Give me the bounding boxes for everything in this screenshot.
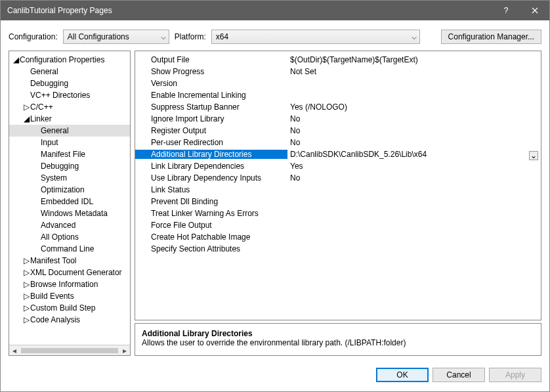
tree-item[interactable]: Debugging (9, 77, 130, 89)
property-name: Force File Output (135, 221, 287, 230)
chevron-down-icon (161, 33, 166, 43)
tree-item-label: Manifest Tool (30, 256, 80, 265)
chevron-down-icon (412, 33, 417, 43)
property-value[interactable]: D:\CanlibSDK\CanlibSDK_5.26\Lib\x64⌄ (287, 150, 541, 159)
horizontal-scrollbar[interactable]: ◂ ▸ (9, 345, 130, 355)
configuration-value: All Configurations (68, 32, 129, 41)
close-icon (532, 7, 538, 14)
property-name: Treat Linker Warning As Errors (135, 209, 287, 218)
tree-item[interactable]: ▷Custom Build Step (9, 302, 130, 314)
tree-item[interactable]: ▷Manifest Tool (9, 255, 130, 267)
property-row[interactable]: Link Library DependenciesYes (135, 160, 541, 172)
scroll-right-icon[interactable]: ▸ (119, 346, 130, 355)
property-row[interactable]: Suppress Startup BannerYes (/NOLOGO) (135, 101, 541, 113)
tree-item[interactable]: System (9, 172, 130, 184)
property-row[interactable]: Version (135, 77, 541, 89)
platform-label: Platform: (175, 32, 206, 41)
expand-icon: ▷ (22, 315, 30, 324)
property-row[interactable]: Prevent Dll Binding (135, 196, 541, 207)
tree-item[interactable]: ▷XML Document Generator (9, 267, 130, 278)
configuration-select[interactable]: All Configurations (63, 30, 169, 44)
tree-item-label: Debugging (41, 162, 83, 171)
property-row[interactable]: Force File Output (135, 219, 541, 231)
tree-item-label: C/C++ (30, 102, 57, 112)
cancel-button[interactable]: Cancel (433, 368, 485, 382)
tree-item[interactable]: ▷Browse Information (9, 278, 130, 290)
close-button[interactable] (520, 1, 549, 20)
property-name: Enable Incremental Linking (135, 91, 287, 100)
tree-item-label: Command Line (41, 244, 98, 253)
platform-value: x64 (216, 32, 228, 41)
tree-item-label: Manifest File (41, 150, 89, 159)
titlebar: CanlibTutorial Property Pages ? (1, 1, 549, 20)
tree-item[interactable]: Embedded IDL (9, 196, 130, 207)
property-row[interactable]: Register OutputNo (135, 125, 541, 137)
tree-item[interactable]: Manifest File (9, 148, 130, 160)
ok-button[interactable]: OK (376, 368, 429, 382)
property-value[interactable]: $(OutDir)$(TargetName)$(TargetExt) (287, 55, 541, 64)
property-name: Use Library Dependency Inputs (135, 173, 287, 183)
tree-item[interactable]: VC++ Directories (9, 89, 130, 101)
dropdown-icon[interactable]: ⌄ (529, 151, 538, 160)
property-value[interactable]: No (287, 173, 541, 183)
property-name: Specify Section Attributes (135, 244, 287, 253)
tree-item[interactable]: All Options (9, 231, 130, 243)
platform-select[interactable]: x64 (211, 30, 420, 44)
tree-item[interactable]: Optimization (9, 184, 130, 196)
property-value[interactable]: No (287, 114, 541, 123)
tree-item[interactable]: Windows Metadata (9, 207, 130, 219)
config-tree[interactable]: ◢Configuration PropertiesGeneralDebuggin… (9, 51, 130, 345)
property-row[interactable]: Enable Incremental Linking (135, 89, 541, 101)
tree-item[interactable]: ▷Code Analysis (9, 314, 130, 326)
tree-item-label: General (41, 126, 73, 135)
property-name: Create Hot Patchable Image (135, 232, 287, 242)
property-value[interactable]: Yes (/NOLOGO) (287, 102, 541, 112)
tree-item[interactable]: ▷Build Events (9, 290, 130, 302)
property-row[interactable]: Link Status (135, 184, 541, 196)
scroll-left-icon[interactable]: ◂ (9, 346, 20, 355)
dialog-buttons: OK Cancel Apply (1, 361, 549, 391)
property-row[interactable]: Per-user RedirectionNo (135, 137, 541, 148)
property-value[interactable]: No (287, 126, 541, 135)
tree-item[interactable]: ◢Linker (9, 113, 130, 125)
right-panel: Output File$(OutDir)$(TargetName)$(Targe… (135, 51, 541, 356)
apply-button[interactable]: Apply (489, 368, 541, 382)
tree-item-label: Input (41, 138, 62, 147)
tree-item-label: Custom Build Step (30, 303, 99, 313)
property-name: Ignore Import Library (135, 114, 287, 123)
tree-item[interactable]: Command Line (9, 243, 130, 255)
property-grid[interactable]: Output File$(OutDir)$(TargetName)$(Targe… (135, 51, 541, 320)
property-value[interactable]: Not Set (287, 67, 541, 76)
tree-item[interactable]: Debugging (9, 160, 130, 172)
property-row[interactable]: Specify Section Attributes (135, 243, 541, 255)
expand-icon: ▷ (22, 303, 30, 313)
property-name: Version (135, 79, 287, 88)
property-row[interactable]: Show ProgressNot Set (135, 66, 541, 77)
help-button[interactable]: ? (492, 1, 520, 20)
property-value[interactable]: Yes (287, 162, 541, 171)
main-area: ◢Configuration PropertiesGeneralDebuggin… (1, 51, 549, 361)
tree-item-label: Windows Metadata (41, 209, 112, 218)
tree-item-label: XML Document Generator (30, 268, 126, 277)
expand-icon: ◢ (12, 55, 20, 64)
tree-item-label: General (30, 67, 62, 76)
tree-item-label: Embedded IDL (41, 197, 97, 206)
tree-item-label: Debugging (30, 79, 72, 88)
tree-item[interactable]: Advanced (9, 219, 130, 231)
tree-item[interactable]: ▷C/C++ (9, 101, 130, 113)
property-row[interactable]: Treat Linker Warning As Errors (135, 207, 541, 219)
scroll-thumb[interactable] (21, 348, 118, 353)
property-row[interactable]: Output File$(OutDir)$(TargetName)$(Targe… (135, 54, 541, 66)
tree-item[interactable]: Input (9, 137, 130, 148)
configuration-manager-button[interactable]: Configuration Manager... (441, 30, 541, 44)
tree-item[interactable]: General (9, 66, 130, 77)
tree-item[interactable]: General (9, 125, 130, 137)
property-value[interactable]: No (287, 138, 541, 147)
property-row[interactable]: Use Library Dependency InputsNo (135, 172, 541, 184)
tree-item-label: Build Events (30, 292, 78, 301)
tree-root[interactable]: ◢Configuration Properties (9, 54, 130, 66)
property-row[interactable]: Additional Library DirectoriesD:\CanlibS… (135, 148, 541, 160)
property-row[interactable]: Ignore Import LibraryNo (135, 113, 541, 125)
window-title: CanlibTutorial Property Pages (7, 6, 492, 15)
property-row[interactable]: Create Hot Patchable Image (135, 231, 541, 243)
